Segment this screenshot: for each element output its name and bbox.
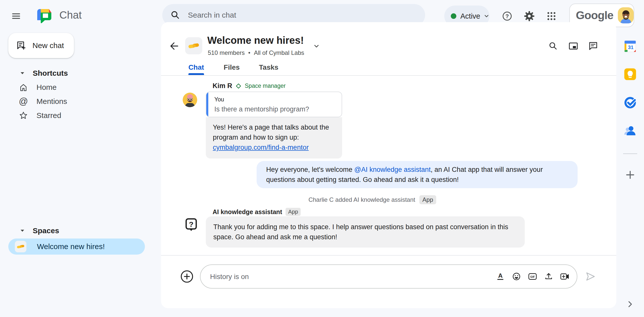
author-name: Kim R <box>213 82 232 90</box>
keep-icon[interactable] <box>623 67 638 82</box>
send-message-icon[interactable] <box>585 271 596 282</box>
message-text: Yes! Here's a page that talks about the … <box>213 124 329 141</box>
help-glyph: ? <box>505 13 509 19</box>
sidebar-space-welcome-new-hires[interactable]: Welcome new hires! <box>8 239 145 255</box>
new-chat-button[interactable]: New chat <box>8 33 74 58</box>
message-with-quote: You Is there a mentorship program? Yes! … <box>206 92 342 158</box>
tab-tasks[interactable]: Tasks <box>254 60 284 75</box>
status-active-dot <box>451 13 456 19</box>
starred-label: Starred <box>36 111 61 120</box>
space-manager-diamond-icon <box>236 83 241 89</box>
quote-author: You <box>214 96 336 103</box>
new-chat-icon <box>16 41 26 51</box>
help-icon[interactable]: ? <box>501 10 513 22</box>
gif-icon[interactable]: GIF <box>527 271 538 282</box>
upload-icon[interactable] <box>543 271 554 282</box>
handshake-emoji-icon <box>15 241 26 252</box>
mention-link[interactable]: @AI knowledge assistant <box>354 166 431 173</box>
chevron-down-icon <box>484 13 489 19</box>
message-bubble: Yes! Here's a page that talks about the … <box>206 117 342 158</box>
shortcuts-section-header[interactable]: Shortcuts <box>0 66 161 80</box>
contacts-icon[interactable] <box>623 123 638 138</box>
settings-gear-icon[interactable] <box>523 10 535 22</box>
author-role: Space manager <box>245 83 286 89</box>
own-message-bubble: Hey everyone, let's welcome @AI knowledg… <box>257 161 578 188</box>
user-avatar <box>618 7 634 23</box>
space-menu-chevron-icon[interactable] <box>313 43 320 50</box>
new-chat-label: New chat <box>32 41 64 50</box>
text-format-icon[interactable]: A <box>495 271 506 282</box>
subtitle-separator: • <box>248 49 250 56</box>
system-message: Charlie C added AI knowledge assistant A… <box>161 195 584 204</box>
quote-text: Is there a mentorship program? <box>214 105 336 113</box>
app-badge: App <box>419 195 436 204</box>
app-badge: App <box>286 208 300 216</box>
quoted-message-card[interactable]: You Is there a mentorship program? <box>206 92 342 117</box>
home-icon <box>18 82 29 93</box>
sidebar-divider <box>623 153 637 154</box>
space-org: All of Cymbal Labs <box>254 49 304 56</box>
message-text: Hey everyone, let's welcome <box>266 166 354 173</box>
message-author-row: Kim R Space manager <box>213 82 286 90</box>
member-count[interactable]: 510 members <box>208 49 245 56</box>
back-arrow-icon[interactable] <box>168 40 180 52</box>
calendar-icon[interactable]: 31 <box>623 39 638 54</box>
calendar-day-number: 31 <box>628 45 633 50</box>
svg-text:A: A <box>498 272 503 279</box>
chat-main-panel: Welcome new hires! 510 members • All of … <box>161 22 616 308</box>
video-meeting-icon[interactable] <box>559 271 570 282</box>
home-label: Home <box>36 83 57 92</box>
sidebar-item-starred[interactable]: Starred <box>0 108 161 123</box>
main-menu-icon[interactable] <box>10 10 22 22</box>
sidebar-item-home[interactable]: Home <box>0 80 161 94</box>
companion-sidebar: 31 <box>616 32 644 317</box>
emoji-icon[interactable] <box>511 271 522 282</box>
left-sidebar: New chat Shortcuts Home @ Mentions Starr… <box>0 32 161 317</box>
tab-files[interactable]: Files <box>217 60 247 75</box>
message-author-row: AI knowledge assistant App <box>213 208 301 216</box>
space-item-label: Welcome new hires! <box>37 242 105 251</box>
shortcuts-label: Shortcuts <box>33 69 68 77</box>
question-mark-glyph: ? <box>189 220 193 228</box>
message-compose-field[interactable]: A GIF <box>200 264 577 289</box>
status-label: Active <box>460 12 480 20</box>
space-avatar-handshake-icon <box>185 37 202 54</box>
search-input[interactable] <box>187 11 405 20</box>
space-title[interactable]: Welcome new hires! <box>207 35 304 46</box>
google-chat-logo-icon <box>37 9 51 23</box>
gif-label: GIF <box>530 275 535 278</box>
active-tab-indicator <box>188 73 204 75</box>
compose-divider <box>161 255 616 256</box>
author-name: AI knowledge assistant <box>213 208 282 216</box>
message-bubble: Thank you for adding me to this space. I… <box>206 216 525 248</box>
compose-input[interactable] <box>210 265 487 289</box>
mentions-label: Mentions <box>36 97 67 106</box>
search-in-space-icon[interactable] <box>547 40 559 52</box>
mentor-link[interactable]: cymbalgroup.com/find-a-mentor <box>213 144 309 151</box>
system-text: Charlie C added AI knowledge assistant <box>308 196 415 203</box>
tab-chat[interactable]: Chat <box>181 60 211 75</box>
picture-in-picture-icon[interactable] <box>567 40 579 52</box>
compose-toolbar: A GIF <box>495 271 570 282</box>
spaces-section-header[interactable]: Spaces <box>0 224 161 238</box>
add-app-plus-icon[interactable] <box>623 167 638 182</box>
mentions-at-icon: @ <box>18 96 29 107</box>
star-icon <box>18 110 29 121</box>
google-wordmark: Google <box>576 9 613 22</box>
ai-assistant-avatar-icon: ? <box>183 217 199 233</box>
expander-triangle-icon <box>20 228 25 233</box>
spaces-label: Spaces <box>33 226 59 235</box>
threads-chat-icon[interactable] <box>587 40 599 52</box>
avatar <box>183 93 197 107</box>
search-icon <box>170 10 181 21</box>
app-title: Chat <box>59 9 82 21</box>
apps-grid-icon[interactable] <box>545 10 557 22</box>
tasks-icon[interactable] <box>623 95 638 110</box>
sidebar-item-mentions[interactable]: @ Mentions <box>0 94 161 108</box>
expander-triangle-icon <box>20 70 25 76</box>
collapse-panel-chevron-icon[interactable] <box>624 298 636 310</box>
header-divider <box>161 75 616 76</box>
compose-plus-icon[interactable] <box>180 270 193 283</box>
space-subtitle: 510 members • All of Cymbal Labs <box>208 49 304 56</box>
